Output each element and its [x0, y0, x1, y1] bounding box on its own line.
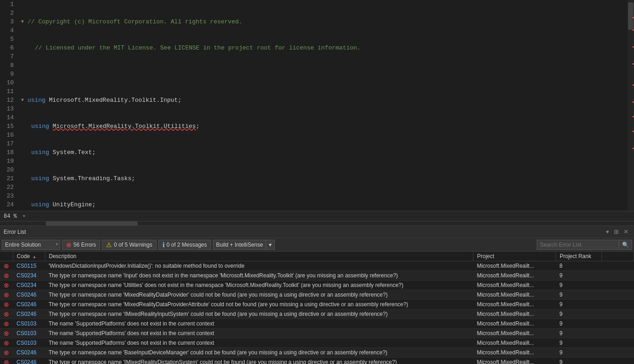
row-extra: [601, 319, 634, 329]
th-icon[interactable]: [0, 252, 13, 261]
row-code: CS0246: [13, 309, 45, 319]
th-code[interactable]: Code ▲: [13, 252, 45, 261]
code-link[interactable]: CS0234: [17, 272, 36, 279]
row-description: The type or namespace name 'MixedReality…: [45, 300, 473, 309]
code-line: ▼ using Microsoft.MixedReality.Toolkit.I…: [21, 96, 628, 105]
table-row[interactable]: ⊗CS0234The type or namespace name 'Input…: [0, 271, 634, 281]
code-line: using Microsoft.MixedReality.Toolkit.Uti…: [21, 122, 628, 131]
code-link[interactable]: CS0246: [17, 301, 36, 308]
code-link[interactable]: CS0103: [17, 320, 36, 327]
table-row[interactable]: ⊗CS0246The type or namespace name 'IMixe…: [0, 358, 634, 364]
fold-icon[interactable]: ▼: [21, 17, 28, 26]
row-rank: 9: [556, 348, 601, 358]
horizontal-scrollbar[interactable]: [0, 221, 634, 226]
code-line: using UnityEngine;: [21, 200, 628, 209]
code-link[interactable]: CS0246: [17, 292, 36, 298]
search-error-button[interactable]: 🔍: [619, 240, 632, 250]
row-project: Microsoft.MixedReailt...: [473, 290, 556, 300]
build-filter-label: Build + IntelliSense: [213, 242, 266, 248]
pin-button[interactable]: ▾: [604, 227, 611, 236]
row-project: Microsoft.MixedReailt...: [473, 348, 556, 358]
row-rank: 9: [556, 358, 601, 364]
row-project: Microsoft.MixedReailt...: [473, 300, 556, 309]
row-extra: [601, 348, 634, 358]
editor-scrollbar[interactable]: [628, 0, 634, 211]
th-project[interactable]: Project: [473, 252, 556, 261]
row-code: CS0234: [13, 281, 45, 290]
row-description: The type or namespace name 'IMixedRealit…: [45, 309, 473, 319]
messages-count-label: 0 of 2 Messages: [167, 242, 207, 248]
error-row-icon: ⊗: [4, 358, 9, 364]
code-token: using: [31, 148, 53, 157]
row-rank: 9: [556, 309, 601, 319]
error-row-icon: ⊗: [4, 262, 9, 270]
search-error-input[interactable]: [537, 240, 619, 250]
dock-button[interactable]: ⊞: [612, 227, 621, 236]
code-token: using: [31, 200, 53, 209]
row-description: The name 'SupportedPlatforms' does not e…: [45, 338, 473, 348]
row-rank: 9: [556, 281, 601, 290]
code-link[interactable]: CS0115: [17, 263, 36, 269]
error-row-icon: ⊗: [4, 272, 9, 279]
warning-filter-button[interactable]: ⚠ 0 of 5 Warnings: [102, 240, 156, 250]
search-box-wrapper: 🔍: [537, 240, 632, 250]
error-filter-button[interactable]: ⊗ 56 Errors: [62, 240, 100, 250]
row-project: Microsoft.MixedReailt...: [473, 358, 556, 364]
row-error-icon: ⊗: [0, 309, 13, 319]
table-row[interactable]: ⊗CS0246The type or namespace name 'IMixe…: [0, 309, 634, 319]
row-error-icon: ⊗: [0, 319, 13, 329]
error-row-icon: ⊗: [4, 310, 9, 318]
row-description: The type or namespace name 'BaseInputDev…: [45, 348, 473, 358]
error-table-wrapper[interactable]: Code ▲ Description Project Project Rank …: [0, 252, 634, 364]
table-row[interactable]: ⊗CS0246The type or namespace name 'BaseI…: [0, 348, 634, 358]
close-panel-button[interactable]: ✕: [622, 227, 630, 236]
table-row[interactable]: ⊗CS0246The type or namespace name 'Mixed…: [0, 290, 634, 300]
row-project: Microsoft.MixedReailt...: [473, 309, 556, 319]
scope-dropdown[interactable]: Entire Solution Current Document Current…: [2, 240, 60, 250]
row-error-icon: ⊗: [0, 348, 13, 358]
code-link[interactable]: CS0246: [17, 359, 36, 364]
row-rank: 9: [556, 290, 601, 300]
row-extra: [601, 290, 634, 300]
error-row-icon: ⊗: [4, 301, 9, 308]
row-project: Microsoft.MixedReailt...: [473, 329, 556, 338]
th-description[interactable]: Description: [45, 252, 473, 261]
row-error-icon: ⊗: [0, 358, 13, 364]
error-filter-icon: ⊗: [66, 241, 72, 248]
code-link[interactable]: CS0246: [17, 349, 36, 356]
zoom-dropdown-icon[interactable]: ▾: [22, 213, 26, 220]
table-row[interactable]: ⊗CS0115'WindowsDictationInputProvider.In…: [0, 261, 634, 271]
code-token: ;: [196, 122, 200, 131]
code-line: ▼ // Copyright (c) Microsoft Corporation…: [21, 17, 628, 26]
header-icons: ▾ ⊞ ✕: [604, 227, 630, 236]
table-row[interactable]: ⊗CS0103The name 'SupportedPlatforms' doe…: [0, 329, 634, 338]
errors-count-label: 56 Errors: [73, 242, 96, 248]
table-row[interactable]: ⊗CS0103The name 'SupportedPlatforms' doe…: [0, 338, 634, 348]
code-editor: 1 2 3 4 5 6 7 8 9 10 11 12 13 14 15 16 1…: [0, 0, 634, 211]
code-link[interactable]: CS0234: [17, 282, 36, 288]
message-filter-button[interactable]: ℹ 0 of 2 Messages: [158, 240, 211, 250]
row-extra: [601, 358, 634, 364]
row-project: Microsoft.MixedReailt...: [473, 271, 556, 281]
warning-filter-icon: ⚠: [106, 241, 112, 248]
code-link[interactable]: CS0103: [17, 330, 36, 336]
code-content[interactable]: ▼ // Copyright (c) Microsoft Corporation…: [17, 0, 628, 211]
row-rank: 9: [556, 319, 601, 329]
table-row[interactable]: ⊗CS0103The name 'SupportedPlatforms' doe…: [0, 319, 634, 329]
row-project: Microsoft.MixedReailt...: [473, 281, 556, 290]
row-description: The type or namespace name 'IMixedRealit…: [45, 358, 473, 364]
row-error-icon: ⊗: [0, 290, 13, 300]
row-error-icon: ⊗: [0, 261, 13, 271]
row-extra: [601, 300, 634, 309]
build-filter-dropdown[interactable]: Build + IntelliSense ▾: [213, 240, 275, 250]
fold-icon[interactable]: ▼: [21, 96, 28, 105]
code-token: using: [31, 122, 53, 131]
th-rank[interactable]: Project Rank: [556, 252, 601, 261]
row-code: CS0246: [13, 290, 45, 300]
code-line: // Licensed under the MIT License. See L…: [21, 44, 628, 52]
code-token: System.Text;: [53, 148, 96, 157]
table-row[interactable]: ⊗CS0246The type or namespace name 'Mixed…: [0, 300, 634, 309]
code-link[interactable]: CS0246: [17, 311, 36, 317]
table-row[interactable]: ⊗CS0234The type or namespace name 'Utili…: [0, 281, 634, 290]
code-link[interactable]: CS0103: [17, 340, 36, 346]
